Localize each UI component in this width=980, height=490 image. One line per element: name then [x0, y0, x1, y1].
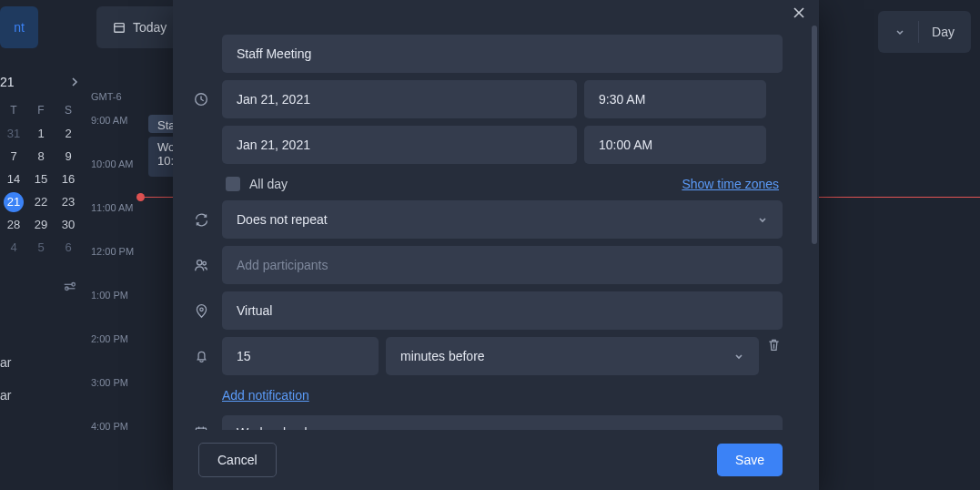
show-timezones-link[interactable]: Show time zones	[682, 177, 779, 191]
svg-point-10	[203, 261, 207, 265]
minical-day[interactable]: 30	[55, 213, 82, 236]
minical-day[interactable]: 23	[55, 190, 82, 213]
minical-day[interactable]: 7	[0, 145, 27, 168]
notification-value-input[interactable]	[222, 337, 379, 375]
chevron-down-icon	[733, 351, 744, 362]
all-day-checkbox[interactable]	[226, 177, 240, 191]
participants-input[interactable]	[222, 246, 783, 284]
repeat-select[interactable]: Does not repeat	[222, 200, 783, 239]
end-date-input[interactable]	[222, 126, 577, 164]
location-input[interactable]	[222, 291, 783, 330]
close-button[interactable]	[792, 5, 806, 20]
minical-day[interactable]: 8	[27, 145, 55, 168]
today-button[interactable]: Today	[96, 6, 183, 48]
new-event-button[interactable]: nt	[0, 6, 38, 48]
all-day-label: All day	[249, 177, 288, 191]
month-year-label: 21	[0, 75, 15, 89]
start-time-input[interactable]	[584, 80, 766, 118]
dayname: S	[55, 98, 82, 122]
minical-day[interactable]: 21	[4, 192, 24, 212]
sidebar-item[interactable]: ar	[0, 346, 82, 379]
chevron-down-icon	[894, 26, 905, 37]
sidebar-item[interactable]: ar	[0, 379, 82, 412]
settings-icon[interactable]	[62, 279, 78, 295]
people-icon	[193, 257, 209, 273]
dayname: T	[0, 98, 27, 122]
svg-point-11	[199, 308, 202, 311]
chevron-down-icon	[757, 214, 768, 225]
add-notification-link[interactable]: Add notification	[222, 388, 309, 403]
minical-day[interactable]: 22	[27, 190, 55, 213]
event-title-input[interactable]	[222, 35, 783, 73]
calendar-select[interactable]: Work calendar	[222, 415, 783, 430]
next-month-button[interactable]	[69, 77, 80, 87]
location-icon	[193, 302, 209, 319]
scrollbar[interactable]	[812, 26, 817, 244]
minical-day[interactable]: 29	[27, 213, 55, 236]
today-label: Today	[133, 20, 167, 35]
minical-day[interactable]: 2	[55, 122, 82, 145]
minical-day[interactable]: 31	[0, 122, 27, 145]
delete-notification-button[interactable]	[766, 337, 783, 375]
repeat-value: Does not repeat	[237, 212, 328, 227]
repeat-icon	[193, 211, 209, 228]
svg-point-9	[197, 260, 202, 265]
svg-rect-0	[115, 24, 125, 33]
bell-icon	[193, 348, 209, 364]
save-button[interactable]: Save	[717, 444, 783, 476]
view-label: Day	[932, 25, 955, 39]
minical-day[interactable]: 16	[55, 168, 82, 190]
minical-day[interactable]: 28	[0, 213, 27, 236]
svg-point-4	[72, 283, 76, 287]
minical-day[interactable]: 5	[27, 236, 55, 259]
calendar-icon	[113, 21, 126, 34]
cancel-button[interactable]: Cancel	[198, 443, 277, 477]
view-dropdown[interactable]: Day	[878, 11, 971, 53]
minical-day[interactable]: 14	[0, 168, 27, 190]
current-time-dot	[136, 193, 145, 201]
end-time-input[interactable]	[584, 126, 766, 164]
notification-unit-value: minutes before	[400, 349, 485, 363]
event-editor-modal: All day Show time zones Does not repeat	[173, 0, 819, 490]
start-date-input[interactable]	[222, 80, 577, 118]
clock-icon	[193, 91, 209, 107]
minical-day[interactable]: 4	[0, 236, 27, 259]
svg-point-5	[66, 287, 69, 291]
minical-day[interactable]: 9	[55, 145, 82, 168]
minical-day[interactable]: 6	[55, 236, 82, 259]
dayname: F	[27, 98, 55, 122]
notification-unit-select[interactable]: minutes before	[386, 337, 759, 375]
minical-day[interactable]: 15	[27, 168, 55, 190]
new-event-label: nt	[14, 20, 25, 35]
minical-day[interactable]: 1	[27, 122, 55, 145]
